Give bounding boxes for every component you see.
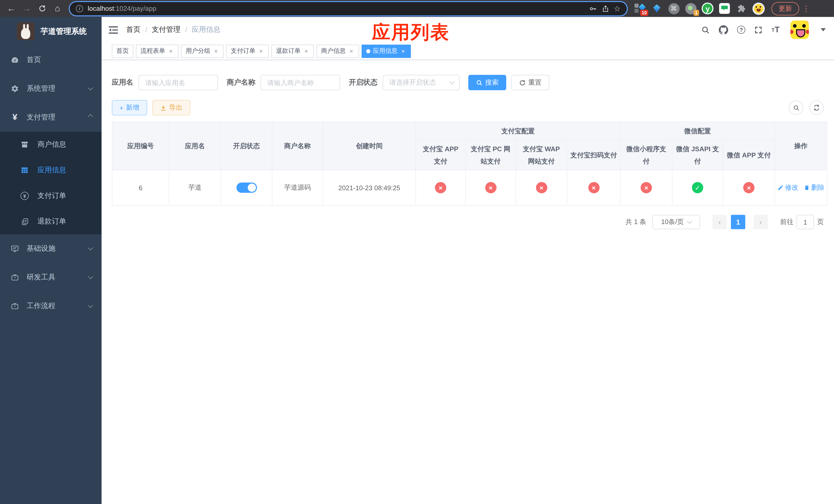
bookmark-star-icon[interactable]: ☆	[614, 4, 621, 13]
goto-page-input[interactable]	[796, 215, 814, 229]
tag-user-group[interactable]: 用户分组×	[181, 44, 224, 58]
fail-status-icon	[743, 182, 754, 193]
extension-icon-4[interactable]: 1	[684, 2, 698, 15]
refresh-table-button[interactable]	[809, 100, 824, 115]
toggle-search-button[interactable]	[789, 100, 803, 115]
close-icon[interactable]: ×	[213, 47, 219, 54]
extension-icon-3[interactable]: ⌘	[667, 2, 681, 15]
app-name-input[interactable]	[138, 75, 218, 90]
close-icon[interactable]: ×	[400, 47, 406, 54]
sidebar-logo-row[interactable]: 芋道管理系统	[0, 17, 102, 46]
sidebar: 芋道管理系统 首页 系统管理 ¥ 支付管	[0, 17, 102, 504]
tags-view-bar: 首页 流程表单× 用户分组× 支付订单× 退款订单× 商户信息× 应用信息×	[102, 43, 834, 60]
add-button[interactable]: + 新增	[112, 100, 147, 115]
annotation-title: 应用列表	[372, 20, 450, 45]
breadcrumb-pay[interactable]: 支付管理	[152, 25, 180, 35]
close-icon[interactable]: ×	[168, 47, 174, 54]
status-select[interactable]: 请选择开启状态	[382, 75, 460, 90]
breadcrumb-home[interactable]: 首页	[126, 25, 140, 35]
forward-icon[interactable]: →	[20, 1, 34, 16]
col-header-alipay-wap: 支付宝 WAP 网站支付	[516, 140, 567, 170]
extensions-puzzle-icon[interactable]	[734, 2, 748, 15]
user-avatar[interactable]	[790, 21, 809, 39]
home-icon[interactable]: ⌂	[50, 1, 65, 16]
back-icon[interactable]: ←	[4, 1, 19, 16]
extension-icon-1[interactable]: 10	[633, 2, 647, 15]
tag-pay-order[interactable]: 支付订单×	[226, 44, 269, 58]
sidebar-item-app-info[interactable]: 应用信息	[0, 157, 102, 183]
user-menu-caret-icon[interactable]	[821, 28, 826, 31]
tag-process-form[interactable]: 流程表单×	[136, 44, 178, 58]
password-key-icon[interactable]	[589, 4, 597, 13]
sidebar-item-pay[interactable]: ¥ 支付管理	[0, 103, 102, 132]
group-header-wechat: 微信配置	[620, 122, 775, 140]
extension-badge-1: 1	[694, 10, 699, 16]
yen-icon: ¥	[10, 112, 20, 122]
close-icon[interactable]: ×	[303, 47, 309, 54]
url-path: :1024/pay/app	[114, 5, 156, 12]
tag-merchant-info[interactable]: 商户信息×	[316, 44, 359, 58]
chrome-update-button[interactable]: 更新	[771, 2, 799, 15]
font-size-icon[interactable]: TT	[771, 25, 780, 35]
chevron-down-icon	[88, 274, 93, 279]
pagination: 共 1 条 10条/页 ‹ 1 › 前往 页	[112, 215, 824, 229]
col-header-ops: 操作	[775, 122, 827, 170]
help-icon[interactable]: ?	[737, 26, 745, 34]
sidebar-item-label: 支付订单	[38, 191, 66, 201]
table-row: 6 芋道 芋道源码 2021-10-23 08:49:25	[112, 170, 827, 205]
sidebar-item-workflow[interactable]: 工作流程	[0, 292, 102, 320]
close-icon[interactable]: ×	[258, 47, 264, 54]
page-1-button[interactable]: 1	[731, 215, 745, 229]
reset-button[interactable]: 重置	[511, 75, 549, 90]
page-size-select[interactable]: 10条/页	[653, 215, 700, 229]
url-bar[interactable]: i localhost:1024/pay/app ☆	[70, 2, 627, 15]
prev-page-button[interactable]: ‹	[712, 215, 727, 229]
site-info-icon[interactable]: i	[76, 5, 83, 12]
col-header-alipay-qr: 支付宝扫码支付	[567, 140, 620, 170]
sidebar-collapse-icon[interactable]	[109, 25, 118, 34]
sidebar-item-devtools[interactable]: 研发工具	[0, 263, 102, 292]
search-button[interactable]: 搜索	[468, 75, 506, 90]
cell-app-id: 6	[112, 170, 169, 205]
extension-icon-5[interactable]: y	[701, 2, 715, 15]
col-header-merchant: 商户名称	[272, 122, 323, 170]
sidebar-item-system[interactable]: 系统管理	[0, 74, 102, 103]
sidebar-item-home[interactable]: 首页	[0, 46, 102, 74]
screen: ← → ⌂ i localhost:1024/pay/app ☆ 10 ⌘	[0, 0, 834, 504]
col-header-created: 创建时间	[323, 122, 416, 170]
sidebar-item-label: 商户信息	[38, 140, 66, 149]
extension-icon-6[interactable]	[718, 2, 731, 15]
chevron-down-icon	[88, 303, 93, 308]
sidebar-item-infra[interactable]: 基础设施	[0, 234, 102, 263]
tag-home[interactable]: 首页	[112, 44, 133, 58]
app-logo	[17, 23, 35, 40]
github-icon[interactable]	[719, 25, 728, 35]
page-unit-label: 页	[817, 217, 824, 227]
sidebar-item-merchant-info[interactable]: 商户信息	[0, 132, 102, 157]
browser-profile-avatar[interactable]	[751, 2, 765, 15]
status-toggle[interactable]	[236, 183, 257, 193]
close-icon[interactable]: ×	[348, 47, 354, 54]
extension-icon-2[interactable]	[650, 2, 664, 15]
breadcrumb-current: 应用信息	[192, 25, 221, 35]
export-button[interactable]: 导出	[152, 100, 190, 115]
fullscreen-icon[interactable]	[754, 25, 763, 34]
search-icon[interactable]	[701, 25, 710, 34]
col-header-app-name: 应用名	[169, 122, 221, 170]
share-icon[interactable]	[601, 4, 609, 13]
tag-app-info[interactable]: 应用信息×	[361, 44, 411, 58]
status-label: 开启状态	[349, 78, 377, 87]
next-page-button[interactable]: ›	[753, 215, 768, 229]
edit-link[interactable]: 修改	[777, 183, 798, 192]
merchant-name-input[interactable]	[261, 75, 340, 90]
cell-ops: 修改 删除	[775, 170, 827, 205]
cell-merchant: 芋道源码	[272, 170, 323, 205]
browser-menu-icon[interactable]: ⋮	[802, 4, 809, 13]
sidebar-item-refund-order[interactable]: 退款订单	[0, 209, 102, 234]
tag-refund-order[interactable]: 退款订单×	[271, 44, 314, 58]
sidebar-menu: 首页 系统管理 ¥ 支付管理	[0, 46, 102, 320]
reload-icon[interactable]	[35, 1, 49, 16]
delete-link[interactable]: 删除	[804, 183, 825, 192]
sidebar-item-pay-order[interactable]: ¥ 支付订单	[0, 183, 102, 209]
app-table: 应用编号 应用名 开启状态 商户名称 创建时间 支付宝配置 微信配置 操作 支付…	[112, 121, 827, 206]
